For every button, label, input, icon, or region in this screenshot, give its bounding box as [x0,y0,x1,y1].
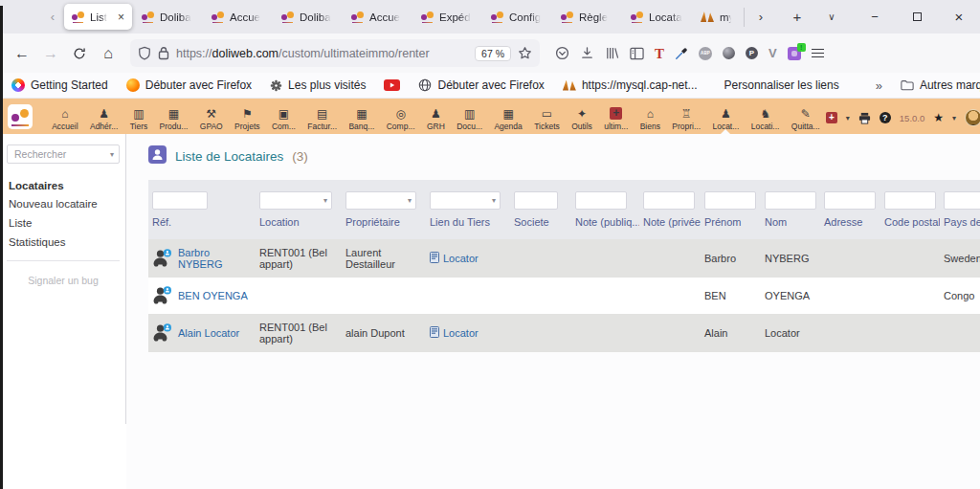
filter-input-note_privee[interactable] [643,191,695,210]
filter-select-proprietaire[interactable]: ▾ [345,191,416,210]
zoom-level-indicator[interactable]: 67 % [475,46,511,61]
table-row[interactable]: Alain LocatorRENT001 (Bel appart)alain D… [148,314,980,352]
library-icon[interactable] [605,46,619,60]
help-icon[interactable]: ? [880,112,891,123]
sidebar-item-liste[interactable]: Liste [9,217,118,229]
column-header-proprietaire[interactable]: Propriétaire [342,214,426,239]
column-header-prenom[interactable]: Prénom [701,214,761,239]
bookmarks-star-icon[interactable]: ★ [933,111,944,124]
column-header-pays[interactable]: Pays de na [940,214,980,239]
window-close-button[interactable]: × [938,0,980,33]
text-extension-icon[interactable]: T [655,47,664,60]
eyedropper-icon[interactable] [675,47,688,60]
browser-tab-doliba[interactable]: Doliba [274,4,342,30]
column-header-location[interactable]: Location [256,214,342,239]
browser-tab-locata[interactable]: Locata [623,4,691,30]
menu-item-products[interactable]: ▦Produ... [153,108,193,132]
search-caret-icon[interactable]: ▾ [110,150,114,159]
filter-select-lien_du_tiers[interactable]: ▾ [430,191,501,210]
module-caret-icon[interactable]: ▾ [846,114,850,122]
column-header-ref[interactable]: Réf. [148,214,256,239]
browser-tab-règle[interactable]: Règle [553,4,621,30]
filter-input-note_publique[interactable] [575,191,627,210]
print-icon[interactable] [858,112,871,124]
renter-link[interactable]: Barbro NYBERG [178,247,252,270]
v-extension-icon[interactable]: V [768,46,777,60]
browser-tab-accue[interactable]: Accue [204,4,272,30]
filter-input-nom[interactable] [765,191,816,210]
browser-tab-doliba[interactable]: Doliba [134,4,202,30]
adblock-plus-icon[interactable]: ABP [699,47,712,60]
filter-input-pays[interactable] [944,191,980,210]
back-icon[interactable]: ← [8,39,36,68]
lock-icon[interactable] [158,46,169,60]
report-bug-link[interactable]: Signaler un bug [0,275,126,286]
bookmark-item[interactable]: https://mysql.cap-net... [563,78,698,92]
table-row[interactable]: Barbro NYBERGRENT001 (Bel appart)Laurent… [148,239,980,278]
column-header-lien_du_tiers[interactable]: Lien du Tiers [426,214,510,239]
sphere-extension-icon[interactable] [723,47,735,59]
menu-item-ultimateimmo[interactable]: +ultim... [598,107,634,132]
menu-item-receipts[interactable]: ✎Quitta... [786,108,826,132]
module-quick-icon[interactable]: + [826,112,837,123]
search-input[interactable] [12,147,100,161]
home-icon[interactable]: ⌂ [94,39,122,68]
menu-item-home[interactable]: ⌂Accueil [46,108,84,132]
browser-tab-expéd[interactable]: Expéd [413,4,481,30]
browser-tab-list[interactable]: List× [64,4,132,30]
column-header-adresse[interactable]: Adresse [820,214,880,239]
filter-input-societe[interactable] [514,191,558,210]
pocket-icon[interactable] [555,46,569,60]
list-all-tabs-icon[interactable]: ∨ [819,11,844,22]
table-row[interactable]: BEN OYENGABENOYENGACongo [148,278,980,314]
filter-select-location[interactable]: ▾ [259,191,332,210]
renter-link[interactable]: Alain Locator [178,327,239,339]
menu-item-rentals[interactable]: ♞Locati... [746,108,786,132]
menu-item-renters[interactable]: ♟Locat... [706,108,745,132]
bookmark-item[interactable]: Personnaliser les liens [716,78,839,92]
bookmarks-overflow-icon[interactable]: » [876,78,882,93]
column-header-societe[interactable]: Societe [510,214,571,239]
tab-scroll-left-icon[interactable]: ‹ [42,10,63,24]
menu-item-billing[interactable]: ▤Factur... [301,108,343,132]
user-avatar[interactable] [965,109,980,126]
sidebar-toggle-icon[interactable] [630,47,644,60]
thirdparty-link[interactable]: Locator [443,253,479,264]
bookmark-item[interactable]: Autres marque-pages [901,78,980,92]
window-maximize-button[interactable] [896,0,938,33]
forward-icon[interactable]: → [36,39,65,68]
bookmark-item[interactable] [384,79,400,91]
browser-tab-config[interactable]: Config [483,4,551,30]
menu-item-documents[interactable]: ▥Docu... [451,108,488,132]
shield-icon[interactable] [138,46,151,60]
menu-item-tools[interactable]: ✦Outils [566,108,598,132]
sidebar-search[interactable]: ▾ [7,144,120,164]
menu-item-accounting[interactable]: ◎Comp... [381,108,421,132]
reload-icon[interactable] [65,39,94,68]
window-minimize-button[interactable]: − [854,0,896,33]
bookmark-item[interactable]: Getting Started [11,78,108,92]
menu-item-bank[interactable]: ▦Banq... [343,108,380,132]
filter-input-prenom[interactable] [704,191,756,210]
url-bar[interactable]: https://doliweb.com/custom/ultimateimmo/… [130,39,540,67]
bookmark-item[interactable]: Débuter avec Firefox [418,78,544,92]
column-header-note_publique[interactable]: Note (publiq... [571,214,639,239]
extension-alert-icon[interactable]: ! [788,47,801,60]
menu-item-projects[interactable]: ⚑Projets [229,108,266,132]
bookmark-item[interactable]: Débuter avec Firefox [126,78,252,92]
menu-item-manufacturing[interactable]: ⚒GPAO [194,108,229,132]
tab-scroll-right-icon[interactable]: › [748,10,773,24]
filter-input-ref[interactable] [152,191,208,210]
column-header-nom[interactable]: Nom [761,214,820,239]
tab-close-icon[interactable]: × [118,11,124,24]
column-header-note_privee[interactable]: Note (privée) [639,214,701,239]
sidebar-item-nouveau-locataire[interactable]: Nouveau locataire [9,198,118,210]
filter-input-adresse[interactable] [824,191,876,210]
menu-item-commerce[interactable]: ▣Com... [266,108,301,132]
p-extension-icon[interactable]: P [746,47,758,59]
column-header-code_postal[interactable]: Code postal [880,214,940,239]
bookmark-star-icon[interactable] [518,46,532,60]
renter-link[interactable]: BEN OYENGA [178,290,248,301]
menu-item-members[interactable]: ♟Adhér... [84,108,124,132]
bookmarks-caret-icon[interactable]: ▾ [952,114,956,122]
